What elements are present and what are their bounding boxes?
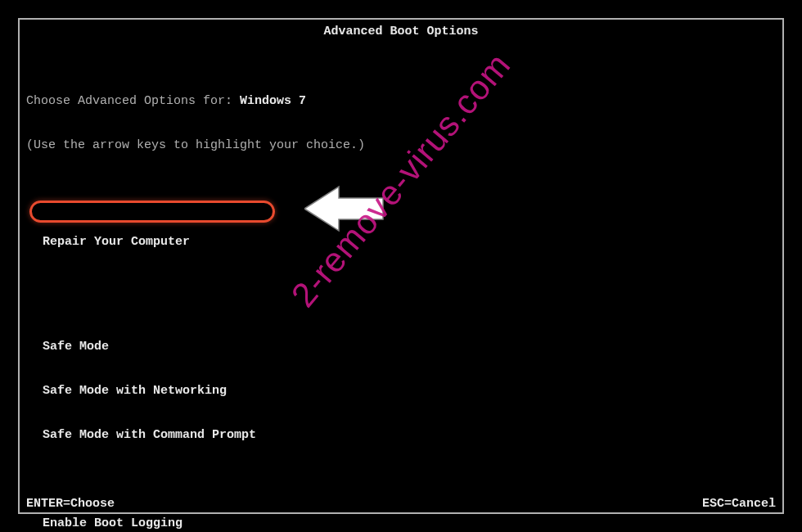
option-safe-mode[interactable]: Safe Mode — [26, 339, 571, 355]
boot-screen: Advanced Boot Options Choose Advanced Op… — [0, 0, 802, 532]
option-repair[interactable]: Repair Your Computer — [26, 234, 571, 250]
choose-prefix: Choose Advanced Options for: — [26, 94, 240, 108]
footer-bar: ENTER=Choose ESC=Cancel — [26, 497, 776, 511]
footer-enter: ENTER=Choose — [26, 497, 115, 511]
option-safe-mode-cmd[interactable]: Safe Mode with Command Prompt — [26, 427, 571, 444]
content-area: Choose Advanced Options for: Windows 7 (… — [26, 65, 571, 532]
footer-esc: ESC=Cancel — [702, 497, 776, 511]
option-safe-mode-networking[interactable]: Safe Mode with Networking — [26, 383, 571, 399]
os-name: Windows 7 — [240, 94, 306, 108]
option-boot-logging[interactable]: Enable Boot Logging — [26, 516, 571, 532]
choose-line: Choose Advanced Options for: Windows 7 — [26, 93, 571, 110]
page-title: Advanced Boot Options — [0, 25, 802, 38]
hint-line: (Use the arrow keys to highlight your ch… — [26, 138, 571, 154]
